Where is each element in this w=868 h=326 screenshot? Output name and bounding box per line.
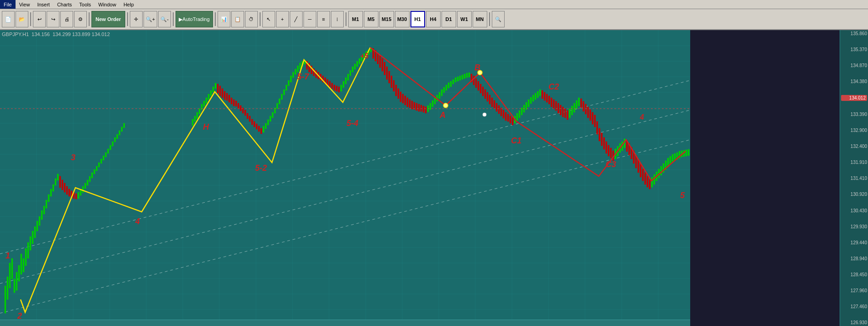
svg-rect-42 <box>9 263 11 288</box>
price-level: 134.380 <box>841 79 867 84</box>
tf-m1[interactable]: M1 <box>348 11 363 27</box>
svg-rect-154 <box>331 83 333 89</box>
redo-btn[interactable]: ↪ <box>47 11 59 27</box>
svg-rect-163 <box>352 67 353 72</box>
zoom-in-btn[interactable]: 🔍+ <box>144 11 157 27</box>
new-chart-btn[interactable]: 📄 <box>2 11 15 27</box>
tf-w1[interactable]: W1 <box>457 11 472 27</box>
fib-btn[interactable]: ⫶ <box>331 11 344 27</box>
svg-rect-40 <box>5 286 6 313</box>
svg-text:1: 1 <box>5 251 10 260</box>
svg-rect-75 <box>85 183 86 189</box>
svg-rect-259 <box>571 106 573 115</box>
svg-text:4: 4 <box>135 217 140 226</box>
tf-d1[interactable]: D1 <box>442 11 456 27</box>
crosshair-btn[interactable]: ✛ <box>130 11 143 27</box>
svg-rect-100 <box>208 94 209 100</box>
svg-rect-265 <box>585 104 586 114</box>
zoom-out-btn[interactable]: 🔍- <box>158 11 171 27</box>
svg-rect-140 <box>299 63 301 69</box>
svg-text:C3: C3 <box>606 160 616 169</box>
sep3 <box>127 12 128 26</box>
svg-rect-183 <box>398 89 399 99</box>
channel-btn[interactable]: ≡ <box>317 11 330 27</box>
chart-scrollbar[interactable] <box>0 320 690 326</box>
svg-rect-111 <box>233 100 234 106</box>
svg-rect-198 <box>432 100 433 107</box>
search-btn[interactable]: 🔍 <box>492 11 505 27</box>
svg-rect-295 <box>654 174 655 184</box>
svg-rect-221 <box>485 89 486 99</box>
price-level: 131.410 <box>841 176 867 181</box>
svg-rect-177 <box>384 62 385 75</box>
svg-rect-247 <box>544 92 545 100</box>
svg-rect-266 <box>587 107 589 118</box>
svg-rect-174 <box>377 53 378 64</box>
svg-rect-276 <box>610 148 612 158</box>
svg-rect-210 <box>459 76 461 80</box>
svg-rect-189 <box>411 101 413 109</box>
sep5 <box>215 12 216 26</box>
svg-rect-216 <box>473 76 474 85</box>
indicator-btn[interactable]: 📊 <box>218 11 230 27</box>
period-sep-btn[interactable]: ⏱ <box>245 11 258 27</box>
open-btn[interactable]: 📂 <box>16 11 28 27</box>
svg-rect-52 <box>32 231 33 244</box>
crosshair2-btn[interactable]: + <box>276 11 289 27</box>
price-level: 129.930 <box>841 224 867 229</box>
menubar: File View Insert Charts Tools Window Hel… <box>0 0 868 9</box>
svg-rect-153 <box>329 81 330 87</box>
svg-rect-236 <box>519 110 520 118</box>
svg-rect-74 <box>82 186 84 193</box>
undo-btn[interactable]: ↩ <box>33 11 46 27</box>
new-order-btn[interactable]: New Order <box>91 11 125 27</box>
svg-rect-130 <box>277 103 278 109</box>
tf-h4[interactable]: H4 <box>426 11 441 27</box>
price-level: 133.390 <box>841 112 867 117</box>
tf-h1[interactable]: H1 <box>410 11 425 27</box>
price-level: 130.430 <box>841 208 867 213</box>
svg-rect-191 <box>416 103 417 110</box>
chart-area[interactable]: 1 2 3 4 H 5-7 +5 5-4 5-2 A B C2 C1 C3 4 … <box>0 30 690 326</box>
svg-rect-116 <box>245 110 246 116</box>
svg-rect-54 <box>37 221 38 231</box>
tf-m5[interactable]: M5 <box>364 11 378 27</box>
svg-rect-88 <box>114 137 116 142</box>
svg-text:A: A <box>439 110 446 120</box>
svg-rect-233 <box>512 118 513 125</box>
svg-rect-87 <box>112 142 113 146</box>
hline-btn[interactable]: ─ <box>304 11 316 27</box>
menu-charts[interactable]: Charts <box>53 0 75 9</box>
svg-rect-184 <box>400 92 401 102</box>
svg-rect-214 <box>469 73 470 77</box>
template-btn[interactable]: 📋 <box>231 11 244 27</box>
cursor-btn[interactable]: ↖ <box>262 11 275 27</box>
svg-rect-195 <box>425 107 426 113</box>
svg-rect-310 <box>688 149 689 156</box>
svg-rect-292 <box>647 176 648 187</box>
menu-view[interactable]: View <box>16 0 34 9</box>
line-btn[interactable]: ╱ <box>290 11 303 27</box>
price-level: 135.370 <box>841 47 867 52</box>
menu-insert[interactable]: Insert <box>33 0 53 9</box>
tf-m30[interactable]: M30 <box>395 11 410 27</box>
tf-m15[interactable]: M15 <box>379 11 394 27</box>
menu-file[interactable]: File <box>0 0 16 9</box>
svg-rect-159 <box>343 81 344 88</box>
menu-help[interactable]: Help <box>120 0 138 9</box>
auto-trading-btn[interactable]: ▶ AutoTrading <box>176 11 213 27</box>
svg-rect-135 <box>288 80 289 86</box>
svg-rect-208 <box>455 78 456 82</box>
print-btn[interactable]: 🖨 <box>60 11 73 27</box>
svg-rect-244 <box>537 91 538 98</box>
menu-tools[interactable]: Tools <box>75 0 95 9</box>
svg-rect-193 <box>421 105 422 111</box>
svg-rect-60 <box>50 189 52 196</box>
svg-rect-64 <box>59 176 61 188</box>
svg-text:5-7: 5-7 <box>297 72 309 81</box>
tf-mn[interactable]: MN <box>473 11 487 27</box>
svg-rect-132 <box>281 94 282 100</box>
properties-btn[interactable]: ⚙ <box>74 11 87 27</box>
svg-rect-82 <box>101 159 102 163</box>
menu-window[interactable]: Window <box>95 0 120 9</box>
